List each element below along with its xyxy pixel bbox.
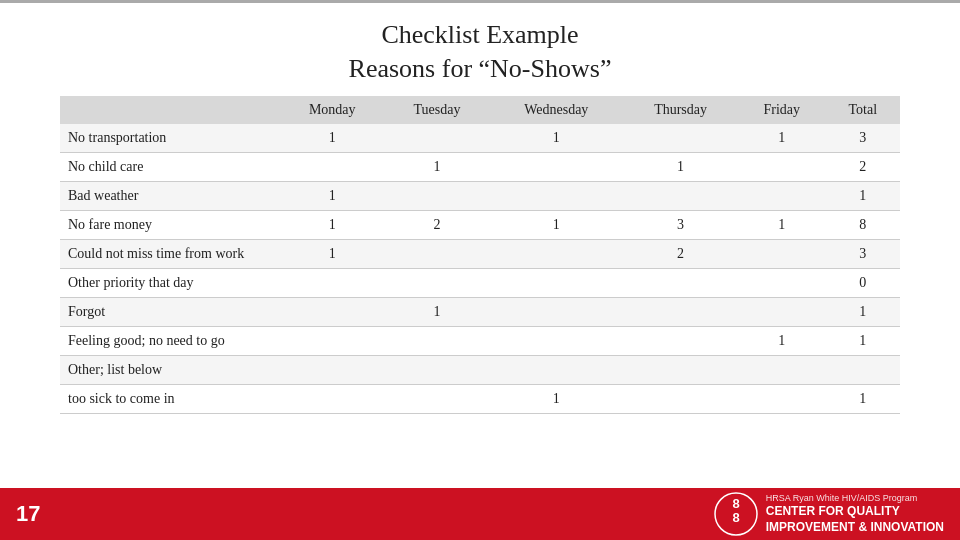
row-cell: [489, 152, 623, 181]
col-header-total: Total: [826, 96, 900, 124]
row-cell: [385, 239, 490, 268]
row-cell: [280, 152, 385, 181]
row-cell: 1: [738, 210, 826, 239]
row-cell: [738, 152, 826, 181]
checklist-table: Monday Tuesday Wednesday Thursday Friday…: [60, 96, 900, 414]
col-header-wednesday: Wednesday: [489, 96, 623, 124]
page-number: 17: [16, 501, 40, 527]
row-cell: 1: [280, 210, 385, 239]
row-cell: 3: [826, 239, 900, 268]
row-cell: 1: [826, 326, 900, 355]
row-cell: [385, 268, 490, 297]
row-cell: [623, 124, 738, 153]
table-row: Other priority that day0: [60, 268, 900, 297]
row-cell: [826, 355, 900, 384]
row-label: No child care: [60, 152, 280, 181]
row-cell: [280, 268, 385, 297]
table-row: Feeling good; no need to go11: [60, 326, 900, 355]
row-label: Could not miss time from work: [60, 239, 280, 268]
row-label: No fare money: [60, 210, 280, 239]
row-cell: 1: [280, 239, 385, 268]
row-label: Other; list below: [60, 355, 280, 384]
row-cell: 0: [826, 268, 900, 297]
col-header-label: [60, 96, 280, 124]
row-cell: [489, 239, 623, 268]
row-cell: [738, 268, 826, 297]
row-cell: 1: [826, 297, 900, 326]
page-title: Checklist Example Reasons for “No-Shows”: [0, 18, 960, 86]
row-cell: [280, 384, 385, 413]
row-cell: [385, 326, 490, 355]
row-cell: [623, 297, 738, 326]
row-cell: 2: [826, 152, 900, 181]
row-cell: 1: [280, 124, 385, 153]
row-label: Other priority that day: [60, 268, 280, 297]
row-cell: [623, 181, 738, 210]
table-row: No child care112: [60, 152, 900, 181]
row-cell: [489, 268, 623, 297]
row-cell: [385, 124, 490, 153]
row-cell: [280, 297, 385, 326]
table-row: too sick to come in11: [60, 384, 900, 413]
row-cell: 1: [385, 297, 490, 326]
row-cell: [738, 384, 826, 413]
row-cell: 1: [738, 124, 826, 153]
row-cell: [385, 355, 490, 384]
table-row: Bad weather11: [60, 181, 900, 210]
row-cell: [489, 297, 623, 326]
row-cell: 1: [385, 152, 490, 181]
row-cell: 8: [826, 210, 900, 239]
row-cell: [280, 326, 385, 355]
main-content: Monday Tuesday Wednesday Thursday Friday…: [0, 96, 960, 414]
row-label: Forgot: [60, 297, 280, 326]
col-header-tuesday: Tuesday: [385, 96, 490, 124]
row-cell: 3: [826, 124, 900, 153]
row-cell: [489, 181, 623, 210]
row-cell: 1: [280, 181, 385, 210]
row-cell: 1: [489, 124, 623, 153]
row-cell: [280, 355, 385, 384]
row-label: No transportation: [60, 124, 280, 153]
table-row: No fare money121318: [60, 210, 900, 239]
row-cell: [738, 355, 826, 384]
table-row: Other; list below: [60, 355, 900, 384]
row-cell: [738, 297, 826, 326]
row-label: Feeling good; no need to go: [60, 326, 280, 355]
row-cell: [623, 268, 738, 297]
row-cell: 1: [489, 384, 623, 413]
row-cell: 2: [623, 239, 738, 268]
row-cell: [738, 239, 826, 268]
table-row: Forgot11: [60, 297, 900, 326]
row-cell: [385, 384, 490, 413]
table-row: Could not miss time from work123: [60, 239, 900, 268]
top-divider: [0, 0, 960, 3]
logo-text-block: HRSA Ryan White HIV/AIDS Program CENTER …: [766, 493, 944, 536]
row-cell: 1: [738, 326, 826, 355]
table-row: No transportation1113: [60, 124, 900, 153]
table-header-row: Monday Tuesday Wednesday Thursday Friday…: [60, 96, 900, 124]
row-cell: [385, 181, 490, 210]
row-cell: [623, 326, 738, 355]
row-cell: 2: [385, 210, 490, 239]
svg-text:8: 8: [732, 496, 739, 511]
program-label: HRSA Ryan White HIV/AIDS Program: [766, 493, 944, 505]
row-label: Bad weather: [60, 181, 280, 210]
row-cell: 1: [489, 210, 623, 239]
svg-text:8: 8: [732, 510, 739, 525]
logo-icon: 8 8: [714, 492, 758, 536]
row-cell: 1: [826, 181, 900, 210]
row-label: too sick to come in: [60, 384, 280, 413]
org-name-line2: IMPROVEMENT & INNOVATION: [766, 520, 944, 536]
footer-logo: 8 8 HRSA Ryan White HIV/AIDS Program CEN…: [714, 492, 944, 536]
page-header: Checklist Example Reasons for “No-Shows”: [0, 0, 960, 96]
col-header-friday: Friday: [738, 96, 826, 124]
org-name-line1: CENTER FOR QUALITY: [766, 504, 944, 520]
col-header-thursday: Thursday: [623, 96, 738, 124]
row-cell: [489, 355, 623, 384]
row-cell: [738, 181, 826, 210]
row-cell: 1: [623, 152, 738, 181]
row-cell: [489, 326, 623, 355]
col-header-monday: Monday: [280, 96, 385, 124]
row-cell: 3: [623, 210, 738, 239]
row-cell: [623, 355, 738, 384]
